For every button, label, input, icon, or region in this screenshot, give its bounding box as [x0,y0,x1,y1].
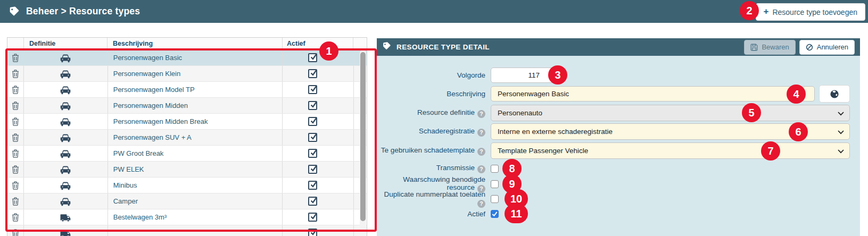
delete-icon[interactable] [7,209,24,225]
delete-icon[interactable] [7,130,24,145]
vehicle-icon [24,146,108,161]
row-beschrijving [108,225,283,236]
resource-types-table: Definitie Beschrijving Actief Personenwa… [7,37,367,236]
row-beschrijving: Personenwagen Klein [108,66,283,81]
actief-checkbox[interactable] [308,117,317,126]
actief-checkbox[interactable] [308,229,317,236]
cancel-icon [806,44,813,51]
duplicate-nummerplaat-checkbox[interactable] [491,195,499,203]
table-row[interactable]: Personenwagen Model TP [7,82,367,98]
resource-definitie-label: Resource definitie? [377,108,485,118]
actief-checkbox[interactable] [308,133,317,142]
table-row[interactable]: Personenwagen Basic [7,50,367,66]
table-row[interactable]: Camper [7,193,367,209]
table-row[interactable]: Personenwagen Midden [7,98,367,114]
table-row[interactable]: Personenwagen Klein [7,66,367,82]
vehicle-icon [24,66,108,81]
transmissie-checkbox[interactable] [491,165,499,173]
schaderegistratie-label: Schaderegistratie? [377,127,485,137]
help-icon: ? [477,200,485,208]
duplicate-nummerplaat-label: Duplicate nummerplaat toelaten? [377,190,485,208]
detail-header: RESOURCE TYPE DETAIL Bewaren Annuleren [377,38,860,56]
row-beschrijving: Bestelwagen 3m³ [108,209,283,225]
volgorde-label: Volgorde? [377,71,485,79]
page-title: Beheer > Resource types [26,6,140,17]
waarschuwing-checkbox[interactable] [491,180,499,188]
table-row[interactable] [7,225,367,236]
vehicle-icon [24,114,108,129]
delete-icon[interactable] [7,66,24,81]
table-header-row: Definitie Beschrijving Actief [7,38,367,50]
row-beschrijving: Camper [108,193,283,209]
plus-icon: + [764,6,769,17]
row-beschrijving: Personenwagen Model TP [108,82,283,97]
actief-checkbox[interactable] [308,101,317,110]
vehicle-icon [24,193,108,209]
schaderegistratie-select[interactable]: Interne en externe schaderegistratie [491,123,850,140]
delete-icon[interactable] [7,50,24,65]
schadetemplate-label: Te gebruiken schadetemplate? [377,146,485,156]
resource-types-page: Beheer > Resource types + Resource type … [0,0,868,236]
actief-checkbox[interactable] [308,149,317,158]
row-beschrijving: Personenwagen Basic [108,50,283,65]
row-beschrijving: Personenwagen Midden [108,98,283,113]
actief-checkbox[interactable] [308,69,317,78]
delete-icon[interactable] [7,162,24,177]
vehicle-icon [24,225,108,236]
globe-icon [830,89,839,99]
chevron-down-icon [838,130,844,134]
chevron-down-icon [838,149,844,154]
save-button[interactable]: Bewaren [744,40,795,55]
table-row[interactable]: Bestelwagen 3m³ [7,209,367,225]
help-icon: ? [477,110,485,118]
col-definitie: Definitie [24,38,108,49]
table-row[interactable]: Personenwagen SUV + A [7,130,367,146]
tag-icon [382,41,391,53]
vehicle-icon [24,82,108,97]
chevron-down-icon [838,112,844,116]
transmissie-label: Transmissie? [377,164,485,173]
schadetemplate-select[interactable]: Template Passenger Vehicle [491,142,850,159]
help-icon: ? [477,165,485,173]
delete-icon[interactable] [7,98,24,113]
table-row[interactable]: Minibus [7,178,367,193]
scrollbar-thumb[interactable] [360,52,366,221]
actief-checkbox[interactable] [308,53,317,62]
delete-icon[interactable] [7,193,24,209]
delete-icon[interactable] [7,114,24,129]
table-scrollbar[interactable] [360,50,366,229]
beschrijving-label: Beschrijving? [377,90,485,98]
floppy-icon [750,44,758,51]
translate-button[interactable] [819,85,850,103]
help-icon: ? [477,129,485,137]
resource-definitie-select[interactable]: Personenauto [491,105,850,121]
vehicle-icon [24,98,108,113]
actief-label: Actief? [377,210,485,218]
beschrijving-input[interactable] [491,86,815,102]
col-gutter [353,38,366,49]
delete-icon[interactable] [7,178,24,193]
actief-form-checkbox[interactable] [491,210,499,218]
row-beschrijving: Personenwagen SUV + A [108,130,283,145]
delete-icon[interactable] [7,225,24,236]
delete-icon[interactable] [7,146,24,161]
table-row[interactable]: PW ELEK [7,162,367,178]
table-row[interactable]: Personenwagen Midden Break [7,114,367,130]
delete-icon[interactable] [7,82,24,97]
table-row[interactable]: PW Groot Break [7,146,367,162]
col-delete [7,38,24,49]
cancel-button[interactable]: Annuleren [799,40,855,55]
actief-checkbox[interactable] [308,197,317,206]
actief-checkbox[interactable] [308,165,317,174]
row-beschrijving: Personenwagen Midden Break [108,114,283,129]
add-resource-type-button[interactable]: + Resource type toevoegen [756,3,866,21]
help-icon: ? [477,148,485,156]
actief-checkbox[interactable] [308,85,317,94]
col-actief: Actief [283,38,353,49]
actief-checkbox[interactable] [308,181,317,190]
row-beschrijving: Minibus [108,178,283,193]
add-resource-type-label: Resource type toevoegen [772,8,857,16]
vehicle-icon [24,130,108,145]
actief-checkbox[interactable] [308,213,317,222]
volgorde-input[interactable] [491,68,554,83]
